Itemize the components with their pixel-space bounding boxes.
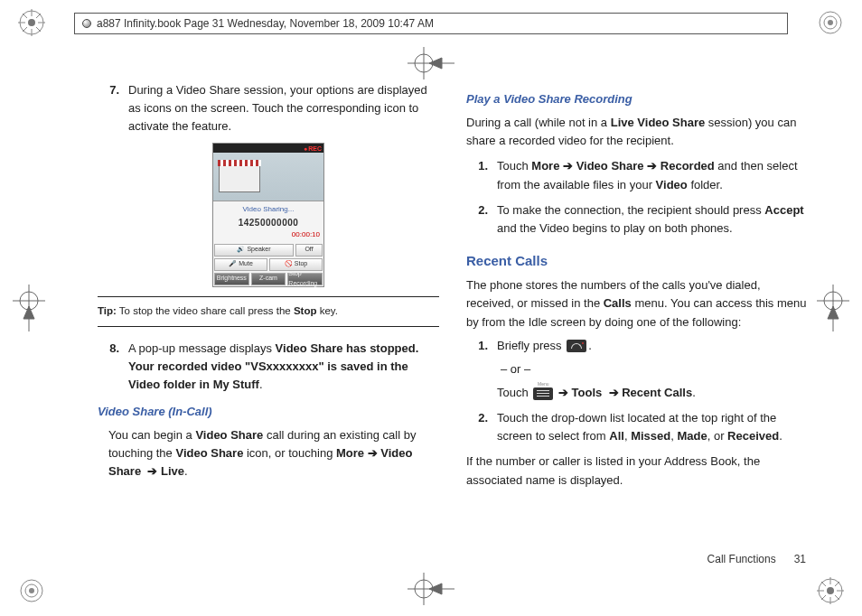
svg-point-12 <box>828 20 833 25</box>
svg-line-9 <box>23 27 27 32</box>
recent-step-1: 1. Briefly press . – or – Touch ➔ Tools … <box>466 337 808 402</box>
page-footer: Call Functions 31 <box>707 553 806 565</box>
page-content: 7. During a Video Share session, your op… <box>98 81 808 553</box>
svg-point-17 <box>827 587 834 594</box>
step-7: 7. During a Video Share session, your op… <box>98 81 439 135</box>
tip-box: Tip: To stop the video share call press … <box>98 296 439 327</box>
step-number: 8. <box>98 340 128 394</box>
crop-mark-right <box>817 285 849 331</box>
header-ornament-icon <box>82 19 91 28</box>
speaker-button: 🔊Speaker <box>214 244 294 257</box>
step-number: 7. <box>98 81 128 135</box>
footer-section: Call Functions <box>707 553 776 565</box>
incall-paragraph: You can begin a Video Share call during … <box>108 426 439 481</box>
step-number: 2. <box>466 201 497 238</box>
corner-ornament-tl <box>16 7 47 41</box>
phone-key-icon <box>567 340 586 352</box>
recent-step-2: 2. Touch the drop-down list located at t… <box>466 409 808 445</box>
section-heading-recent-calls: Recent Calls <box>466 250 808 271</box>
subheading-play-recording: Play a Video Share Recording <box>466 90 808 108</box>
footer-page-number: 31 <box>794 553 806 565</box>
svg-line-22 <box>821 582 826 586</box>
phone-timer: 00:00:10 <box>213 229 323 242</box>
crop-mark-bottom <box>408 573 454 605</box>
step-text: Touch the drop-down list located at the … <box>497 409 808 445</box>
play-recording-paragraph: During a call (while not in a Live Video… <box>466 114 808 150</box>
stop-recording-button: Stop Recording <box>287 273 323 285</box>
brightness-button: Brightness <box>214 273 249 285</box>
svg-marker-29 <box>23 306 34 319</box>
svg-line-8 <box>36 14 41 18</box>
header-text: a887 Infinity.book Page 31 Wednesday, No… <box>97 17 434 30</box>
step-text: To make the connection, the recipient sh… <box>497 201 808 238</box>
phone-number: 14250000000 <box>213 216 323 230</box>
svg-marker-33 <box>828 306 839 319</box>
right-step-1: 1. Touch More ➔ Video Share ➔ Recorded a… <box>466 157 808 193</box>
step-text: Touch More ➔ Video Share ➔ Recorded and … <box>497 157 808 193</box>
closing-paragraph: If the number or caller is listed in you… <box>466 453 808 489</box>
step-number: 2. <box>466 409 497 445</box>
corner-ornament-tr <box>815 7 846 41</box>
crop-mark-left <box>13 285 45 331</box>
recent-calls-paragraph: The phone stores the numbers of the call… <box>466 276 808 331</box>
right-column: Play a Video Share Recording During a ca… <box>466 81 808 553</box>
tip-label: Tip: <box>98 305 117 316</box>
or-separator: – or – <box>497 360 808 378</box>
step-text: A pop-up message displays Video Share ha… <box>128 340 439 394</box>
svg-line-25 <box>821 595 826 600</box>
svg-marker-41 <box>429 583 442 594</box>
step-text: Briefly press . – or – Touch ➔ Tools ➔ R… <box>497 337 808 402</box>
subheading-video-share-incall: Video Share (In-Call) <box>98 403 439 421</box>
step-8: 8. A pop-up message displays Video Share… <box>98 340 439 394</box>
phone-label: Video Sharing... <box>213 201 323 215</box>
svg-line-6 <box>23 14 27 18</box>
left-column: 7. During a Video Share session, your op… <box>98 81 439 553</box>
off-button: Off <box>295 244 323 257</box>
phone-screenshot: REC Video Sharing... 14250000000 00:00:1… <box>212 143 324 286</box>
step-text: During a Video Share session, your optio… <box>128 81 439 135</box>
step-number: 1. <box>466 337 497 402</box>
zoom-button: Z-cam <box>251 273 286 285</box>
svg-point-1 <box>28 19 35 26</box>
corner-ornament-bl <box>16 575 47 609</box>
corner-ornament-br <box>815 575 846 609</box>
step-number: 1. <box>466 157 497 193</box>
svg-line-7 <box>36 27 41 32</box>
crop-mark-top <box>408 47 454 79</box>
page-header: a887 Infinity.book Page 31 Wednesday, No… <box>74 13 788 34</box>
svg-line-23 <box>835 595 839 600</box>
svg-line-24 <box>835 582 839 586</box>
svg-point-15 <box>29 588 34 593</box>
menu-key-icon <box>533 387 553 400</box>
mute-button: 🎤Mute <box>214 258 267 271</box>
right-step-2: 2. To make the connection, the recipient… <box>466 201 808 238</box>
svg-marker-37 <box>429 58 442 69</box>
